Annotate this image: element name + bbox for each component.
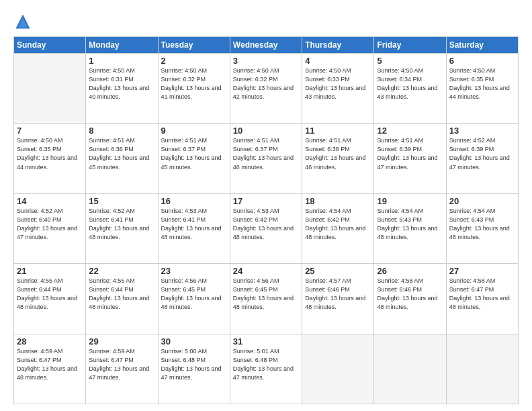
- calendar-cell: 27Sunrise: 4:58 AMSunset: 6:47 PMDayligh…: [446, 264, 518, 334]
- day-info: Sunrise: 4:56 AMSunset: 6:45 PMDaylight:…: [233, 277, 299, 312]
- day-number: 29: [89, 336, 154, 347]
- calendar-cell: 29Sunrise: 4:59 AMSunset: 6:47 PMDayligh…: [86, 334, 158, 404]
- calendar-cell: 8Sunrise: 4:51 AMSunset: 6:36 PMDaylight…: [86, 124, 158, 193]
- calendar-cell: 7Sunrise: 4:50 AMSunset: 6:35 PMDaylight…: [14, 124, 86, 193]
- calendar-cell: 19Sunrise: 4:54 AMSunset: 6:43 PMDayligh…: [374, 193, 446, 263]
- calendar-cell: 21Sunrise: 4:55 AMSunset: 6:44 PMDayligh…: [14, 264, 86, 334]
- day-number: 19: [377, 196, 443, 206]
- day-number: 31: [233, 336, 299, 347]
- day-number: 30: [161, 336, 227, 347]
- day-info: Sunrise: 4:59 AMSunset: 6:47 PMDaylight:…: [89, 347, 154, 382]
- day-info: Sunrise: 4:50 AMSunset: 6:34 PMDaylight:…: [377, 66, 443, 101]
- calendar-cell: 25Sunrise: 4:57 AMSunset: 6:46 PMDayligh…: [302, 264, 374, 334]
- day-info: Sunrise: 4:54 AMSunset: 6:43 PMDaylight:…: [377, 207, 443, 242]
- day-info: Sunrise: 4:51 AMSunset: 6:39 PMDaylight:…: [377, 136, 443, 171]
- logo-icon: [13, 12, 32, 31]
- calendar-cell: 15Sunrise: 4:52 AMSunset: 6:41 PMDayligh…: [86, 193, 158, 263]
- weekday-header-tuesday: Tuesday: [158, 37, 230, 54]
- calendar-cell: 4Sunrise: 4:50 AMSunset: 6:33 PMDaylight…: [302, 54, 374, 124]
- day-number: 26: [377, 266, 443, 276]
- day-number: 4: [305, 56, 371, 66]
- day-number: 1: [89, 56, 154, 66]
- day-info: Sunrise: 4:52 AMSunset: 6:41 PMDaylight:…: [89, 207, 154, 242]
- weekday-header-monday: Monday: [86, 37, 158, 54]
- calendar-cell: 22Sunrise: 4:55 AMSunset: 6:44 PMDayligh…: [86, 264, 158, 334]
- day-info: Sunrise: 4:50 AMSunset: 6:35 PMDaylight:…: [17, 136, 83, 171]
- day-number: 15: [89, 196, 154, 206]
- day-info: Sunrise: 4:57 AMSunset: 6:46 PMDaylight:…: [305, 277, 371, 312]
- day-number: 13: [449, 126, 515, 136]
- day-info: Sunrise: 4:55 AMSunset: 6:44 PMDaylight:…: [89, 277, 154, 312]
- calendar-cell: 2Sunrise: 4:50 AMSunset: 6:32 PMDaylight…: [158, 54, 230, 124]
- day-number: 27: [449, 266, 515, 276]
- day-number: 8: [89, 126, 154, 136]
- day-info: Sunrise: 4:51 AMSunset: 6:37 PMDaylight:…: [161, 136, 227, 171]
- weekday-header-wednesday: Wednesday: [230, 37, 302, 54]
- day-info: Sunrise: 4:53 AMSunset: 6:41 PMDaylight:…: [161, 207, 227, 242]
- calendar-cell: 16Sunrise: 4:53 AMSunset: 6:41 PMDayligh…: [158, 193, 230, 263]
- day-info: Sunrise: 4:54 AMSunset: 6:42 PMDaylight:…: [305, 207, 371, 242]
- calendar-cell: 13Sunrise: 4:52 AMSunset: 6:39 PMDayligh…: [446, 124, 518, 193]
- day-info: Sunrise: 4:59 AMSunset: 6:47 PMDaylight:…: [17, 347, 83, 382]
- day-info: Sunrise: 4:50 AMSunset: 6:33 PMDaylight:…: [305, 66, 371, 101]
- weekday-header-saturday: Saturday: [446, 37, 518, 54]
- calendar-cell: 9Sunrise: 4:51 AMSunset: 6:37 PMDaylight…: [158, 124, 230, 193]
- calendar-cell: 23Sunrise: 4:56 AMSunset: 6:45 PMDayligh…: [158, 264, 230, 334]
- calendar-cell: [374, 334, 446, 404]
- day-number: 2: [161, 56, 227, 66]
- calendar-cell: 6Sunrise: 4:50 AMSunset: 6:35 PMDaylight…: [446, 54, 518, 124]
- calendar-week-row: 21Sunrise: 4:55 AMSunset: 6:44 PMDayligh…: [14, 264, 519, 334]
- page: SundayMondayTuesdayWednesdayThursdayFrid…: [0, 0, 532, 411]
- day-info: Sunrise: 5:01 AMSunset: 6:48 PMDaylight:…: [233, 347, 299, 382]
- day-number: 17: [233, 196, 299, 206]
- day-number: 16: [161, 196, 227, 206]
- calendar-cell: 18Sunrise: 4:54 AMSunset: 6:42 PMDayligh…: [302, 193, 374, 263]
- day-info: Sunrise: 4:50 AMSunset: 6:35 PMDaylight:…: [449, 66, 515, 101]
- calendar-cell: 24Sunrise: 4:56 AMSunset: 6:45 PMDayligh…: [230, 264, 302, 334]
- day-info: Sunrise: 4:51 AMSunset: 6:38 PMDaylight:…: [305, 136, 371, 171]
- day-number: 14: [17, 196, 83, 206]
- day-info: Sunrise: 4:52 AMSunset: 6:40 PMDaylight:…: [17, 207, 83, 242]
- day-info: Sunrise: 4:53 AMSunset: 6:42 PMDaylight:…: [233, 207, 299, 242]
- day-number: 22: [89, 266, 154, 276]
- day-info: Sunrise: 4:51 AMSunset: 6:37 PMDaylight:…: [233, 136, 299, 171]
- day-number: 12: [377, 126, 443, 136]
- day-number: 21: [17, 266, 83, 276]
- day-info: Sunrise: 4:58 AMSunset: 6:47 PMDaylight:…: [449, 277, 515, 312]
- day-number: 5: [377, 56, 443, 66]
- logo: [13, 12, 34, 31]
- day-info: Sunrise: 4:52 AMSunset: 6:39 PMDaylight:…: [449, 136, 515, 171]
- weekday-header-thursday: Thursday: [302, 37, 374, 54]
- weekday-header-friday: Friday: [374, 37, 446, 54]
- calendar-cell: 26Sunrise: 4:58 AMSunset: 6:46 PMDayligh…: [374, 264, 446, 334]
- day-number: 11: [305, 126, 371, 136]
- day-number: 18: [305, 196, 371, 206]
- day-number: 23: [161, 266, 227, 276]
- day-info: Sunrise: 4:58 AMSunset: 6:46 PMDaylight:…: [377, 277, 443, 312]
- calendar-cell: 30Sunrise: 5:00 AMSunset: 6:48 PMDayligh…: [158, 334, 230, 404]
- header: [13, 12, 519, 31]
- day-info: Sunrise: 5:00 AMSunset: 6:48 PMDaylight:…: [161, 347, 227, 382]
- day-number: 25: [305, 266, 371, 276]
- calendar-table: SundayMondayTuesdayWednesdayThursdayFrid…: [13, 36, 519, 404]
- day-info: Sunrise: 4:50 AMSunset: 6:31 PMDaylight:…: [89, 66, 154, 101]
- day-number: 9: [161, 126, 227, 136]
- calendar-cell: [302, 334, 374, 404]
- calendar-week-row: 7Sunrise: 4:50 AMSunset: 6:35 PMDaylight…: [14, 124, 519, 193]
- calendar-week-row: 14Sunrise: 4:52 AMSunset: 6:40 PMDayligh…: [14, 193, 519, 263]
- calendar-cell: 1Sunrise: 4:50 AMSunset: 6:31 PMDaylight…: [86, 54, 158, 124]
- calendar-cell: 14Sunrise: 4:52 AMSunset: 6:40 PMDayligh…: [14, 193, 86, 263]
- day-info: Sunrise: 4:56 AMSunset: 6:45 PMDaylight:…: [161, 277, 227, 312]
- day-info: Sunrise: 4:54 AMSunset: 6:43 PMDaylight:…: [449, 207, 515, 242]
- calendar-cell: 12Sunrise: 4:51 AMSunset: 6:39 PMDayligh…: [374, 124, 446, 193]
- day-number: 28: [17, 336, 83, 347]
- day-number: 10: [233, 126, 299, 136]
- calendar-cell: 28Sunrise: 4:59 AMSunset: 6:47 PMDayligh…: [14, 334, 86, 404]
- day-number: 20: [449, 196, 515, 206]
- calendar-cell: [14, 54, 86, 124]
- weekday-header-row: SundayMondayTuesdayWednesdayThursdayFrid…: [14, 37, 519, 54]
- day-number: 3: [233, 56, 299, 66]
- calendar-cell: [446, 334, 518, 404]
- day-info: Sunrise: 4:55 AMSunset: 6:44 PMDaylight:…: [17, 277, 83, 312]
- calendar-week-row: 1Sunrise: 4:50 AMSunset: 6:31 PMDaylight…: [14, 54, 519, 124]
